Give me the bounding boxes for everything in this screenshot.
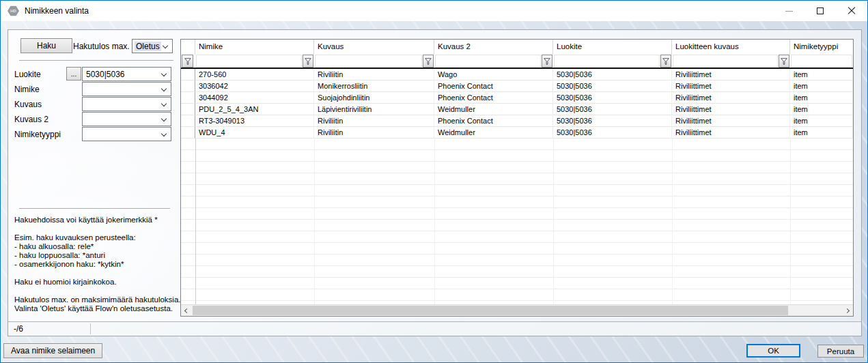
ok-button[interactable]: OK (746, 344, 800, 358)
column-header-kuvaus2[interactable]: Kuvaus 2 (434, 40, 553, 55)
filter-funnel-button[interactable] (542, 55, 552, 68)
filter-funnel-button[interactable] (660, 55, 671, 68)
row-indicator (181, 104, 195, 115)
maximize-button[interactable] (804, 1, 836, 21)
cell-luokite: 5030|5036 (553, 81, 672, 92)
minimize-icon (785, 11, 793, 12)
chevron-down-icon (161, 101, 167, 106)
hakutulos-max-select[interactable]: Oletus (132, 39, 173, 53)
dialog-window: HD Nimikkeen valinta Haku Hakutulos max.… (0, 0, 868, 363)
scrollbar-thumb[interactable] (193, 306, 788, 315)
haku-button[interactable]: Haku (20, 38, 72, 53)
cell-kuvaus2: Phoenix Contact (434, 81, 553, 92)
cell-kuvaus: Riviliitin (314, 127, 434, 139)
cancel-button[interactable]: Peruuta (817, 345, 864, 358)
close-icon (848, 7, 856, 15)
scroll-right-button[interactable] (841, 305, 853, 316)
row-indicator (181, 81, 195, 92)
filter-funnel-button[interactable] (423, 55, 434, 68)
filter-cell-indicator (181, 55, 195, 68)
column-header-luokitteen-kuvaus[interactable]: Luokitteen kuvaus (672, 40, 790, 55)
gridline (434, 139, 435, 304)
horizontal-scrollbar[interactable] (181, 304, 853, 316)
kuvaus-select[interactable] (82, 97, 171, 111)
help-line: - osamerkkijonon haku: *kytkin* (14, 260, 178, 269)
separator (19, 60, 173, 61)
table-row[interactable]: RT3-3049013 Riviliitin Phoenix Contact 5… (181, 115, 853, 127)
help-line (14, 224, 178, 233)
kuvaus-label: Kuvaus (14, 100, 42, 109)
filter-cell-luokitteen-kuvaus (672, 55, 790, 68)
nimiketyyppi-label: Nimiketyyppi (14, 130, 61, 139)
kuvaus2-select[interactable] (82, 112, 171, 126)
table-row[interactable]: 3044092 Suojajohdinliitin Phoenix Contac… (181, 92, 853, 104)
filter-input-nimiketyyppi[interactable] (791, 55, 852, 68)
table-row[interactable]: 270-560 Riviliitin Wago 5030|5036 Rivili… (181, 69, 853, 81)
cell-nimiketyyppi: item (790, 69, 853, 81)
row-indicator (181, 69, 195, 81)
luokite-label: Luokite (14, 70, 41, 79)
row-indicator-header (181, 40, 195, 55)
app-icon: HD (8, 5, 19, 16)
filter-input-luokite[interactable] (554, 55, 660, 68)
close-button[interactable] (836, 1, 867, 21)
cell-kuvaus: Riviliitin (314, 69, 434, 81)
status-divider (90, 323, 91, 334)
filter-funnel-button[interactable] (303, 55, 313, 68)
row-indicator (181, 115, 195, 127)
column-header-nimiketyyppi[interactable]: Nimiketyyppi (790, 40, 853, 55)
help-line: - haku loppuosalla: *anturi (14, 251, 178, 260)
gridline (314, 139, 315, 304)
luokite-select[interactable]: 5030|5036 (82, 67, 171, 81)
chevron-down-icon (161, 71, 167, 76)
chevron-down-icon (161, 116, 167, 121)
table-row[interactable]: WDU_4 Riviliitin Weidmuller 5030|5036 Ri… (181, 127, 853, 139)
nimike-label: Nimike (14, 85, 40, 94)
cell-luokite: 5030|5036 (553, 69, 672, 81)
nimiketyyppi-select[interactable] (82, 127, 171, 141)
grid-empty-area (181, 139, 853, 304)
hakutulos-max-label: Hakutulos max. (73, 42, 130, 51)
maximize-icon (817, 8, 824, 14)
cell-kuvaus2: Weidmuller (434, 104, 553, 115)
table-row[interactable]: PDU_2_5_4_3AN Läpivientiriviliitin Weidm… (181, 104, 853, 115)
cell-kuvaus: Suojajohdinliitin (314, 92, 434, 104)
scroll-left-button[interactable] (181, 305, 193, 316)
chevron-down-icon (161, 131, 167, 136)
filter-cell-nimiketyyppi (790, 55, 853, 68)
cell-nimike: 3036042 (195, 81, 314, 92)
filter-funnel-button[interactable] (182, 55, 193, 68)
filter-cell-kuvaus2 (434, 55, 553, 68)
filter-input-luokitteen-kuvaus[interactable] (673, 55, 778, 68)
filter-cell-nimike (195, 55, 314, 68)
column-header-kuvaus[interactable]: Kuvaus (314, 40, 434, 55)
nimike-select[interactable] (82, 82, 171, 96)
luokite-browse-button[interactable]: ... (66, 67, 81, 81)
cell-luokitteen-kuvaus: Riviliittimet (672, 69, 790, 81)
open-item-in-browser-button[interactable]: Avaa nimike selaimeen (3, 343, 102, 358)
cell-nimiketyyppi: item (790, 81, 853, 92)
title-bar: HD Nimikkeen valinta (1, 1, 867, 21)
filter-cell-kuvaus (314, 55, 434, 68)
cell-luokite: 5030|5036 (553, 127, 672, 139)
separator (19, 208, 170, 209)
cell-luokitteen-kuvaus: Riviliittimet (672, 104, 790, 115)
cell-luokitteen-kuvaus: Riviliittimet (672, 92, 790, 104)
column-header-nimike[interactable]: Nimike (195, 40, 314, 55)
funnel-icon (543, 57, 551, 66)
help-line: Esim. haku kuvauksen perusteella: (14, 233, 178, 242)
cell-kuvaus: Monikerrosliitin (314, 81, 434, 92)
filter-input-kuvaus[interactable] (315, 55, 422, 68)
cell-kuvaus2: Phoenix Contact (434, 115, 553, 127)
filter-input-kuvaus2[interactable] (435, 55, 541, 68)
cell-nimiketyyppi: item (790, 92, 853, 104)
filter-funnel-button[interactable] (779, 55, 789, 68)
cell-luokite: 5030|5036 (553, 104, 672, 115)
column-header-luokite[interactable]: Luokite (553, 40, 672, 55)
minimize-button[interactable] (773, 1, 804, 21)
table-row[interactable]: 3036042 Monikerrosliitin Phoenix Contact… (181, 81, 853, 92)
funnel-icon (662, 57, 670, 66)
filter-input-nimike[interactable] (196, 55, 302, 68)
chevron-right-icon (845, 308, 850, 313)
cell-kuvaus2: Weidmuller (434, 127, 553, 139)
